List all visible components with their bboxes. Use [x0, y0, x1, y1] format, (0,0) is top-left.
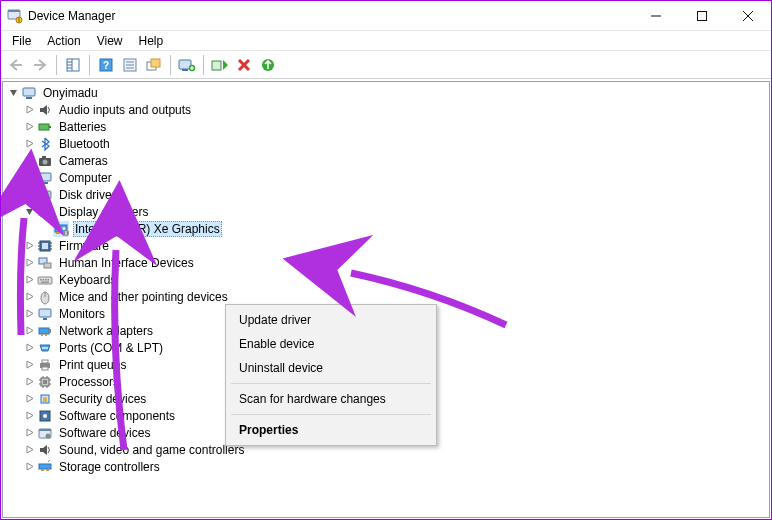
- tree-root[interactable]: Onyimadu: [3, 84, 769, 101]
- tree-item-firmware[interactable]: Firmware: [3, 237, 769, 254]
- tree-item-label: Software devices: [57, 426, 152, 440]
- expand-icon[interactable]: [23, 273, 36, 286]
- uninstall-device-button[interactable]: [233, 54, 255, 76]
- enable-device-button[interactable]: [209, 54, 231, 76]
- tree-item-label: Software components: [57, 409, 177, 423]
- expand-icon[interactable]: [23, 103, 36, 116]
- tree-item-batteries[interactable]: Batteries: [3, 118, 769, 135]
- svg-rect-3: [18, 18, 20, 22]
- device-manager-window: Device Manager File Action View Help: [0, 0, 772, 520]
- expand-icon[interactable]: [23, 137, 36, 150]
- tree-item-label: Batteries: [57, 120, 108, 134]
- expand-icon[interactable]: [23, 392, 36, 405]
- tree-item-label: Mice and other pointing devices: [57, 290, 230, 304]
- help-button[interactable]: ?: [95, 54, 117, 76]
- svg-rect-33: [49, 126, 51, 128]
- maximize-button[interactable]: [679, 1, 725, 31]
- menu-help[interactable]: Help: [132, 32, 171, 50]
- cm-enable-device[interactable]: Enable device: [229, 332, 433, 356]
- tree-item-bluetooth[interactable]: Bluetooth: [3, 135, 769, 152]
- show-hide-tree-button[interactable]: [62, 54, 84, 76]
- tree-item-computer[interactable]: Computer: [3, 169, 769, 186]
- scan-hardware-button[interactable]: [257, 54, 279, 76]
- properties-button[interactable]: [119, 54, 141, 76]
- expand-icon[interactable]: [23, 239, 36, 252]
- expand-icon[interactable]: [23, 341, 36, 354]
- printer-icon: [37, 357, 53, 373]
- menu-view[interactable]: View: [90, 32, 130, 50]
- client-area: Onyimadu Audio inputs and outputs Batter…: [1, 79, 771, 519]
- context-menu: Update driver Enable device Uninstall de…: [225, 304, 437, 446]
- menu-file[interactable]: File: [5, 32, 38, 50]
- back-button[interactable]: [5, 54, 27, 76]
- svg-rect-26: [212, 61, 221, 70]
- tree-item-hid[interactable]: Human Interface Devices: [3, 254, 769, 271]
- expand-icon[interactable]: [23, 426, 36, 439]
- expand-icon[interactable]: [23, 307, 36, 320]
- tree-item-label: Monitors: [57, 307, 107, 321]
- expand-icon[interactable]: [23, 154, 36, 167]
- expand-icon[interactable]: [23, 256, 36, 269]
- svg-rect-60: [45, 279, 47, 281]
- expand-icon[interactable]: [23, 290, 36, 303]
- toolbar-separator: [203, 55, 204, 75]
- tree-item-intel-iris-xe[interactable]: Intel(R) Iris(R) Xe Graphics: [3, 220, 769, 237]
- tree-item-label: Security devices: [57, 392, 148, 406]
- window-title: Device Manager: [28, 9, 115, 23]
- svg-rect-39: [39, 191, 51, 199]
- forward-button[interactable]: [29, 54, 51, 76]
- svg-rect-1: [8, 10, 20, 12]
- cm-properties[interactable]: Properties: [229, 418, 433, 442]
- display-adapter-icon: [37, 204, 53, 220]
- svg-rect-24: [182, 69, 188, 71]
- expand-icon[interactable]: [23, 443, 36, 456]
- svg-rect-56: [44, 263, 51, 268]
- cm-scan-hardware[interactable]: Scan for hardware changes: [229, 387, 433, 411]
- hid-icon: [37, 255, 53, 271]
- tree-item-label: Ports (COM & LPT): [57, 341, 165, 355]
- close-button[interactable]: [725, 1, 771, 31]
- cm-uninstall-device[interactable]: Uninstall device: [229, 356, 433, 380]
- svg-point-40: [47, 194, 49, 196]
- tree-item-cameras[interactable]: Cameras: [3, 152, 769, 169]
- device-tree[interactable]: Onyimadu Audio inputs and outputs Batter…: [2, 81, 770, 518]
- software-component-icon: [37, 408, 53, 424]
- tree-item-audio[interactable]: Audio inputs and outputs: [3, 101, 769, 118]
- update-driver-button[interactable]: [176, 54, 198, 76]
- computer-icon: [21, 85, 37, 101]
- svg-rect-65: [39, 309, 51, 317]
- expand-icon[interactable]: [23, 324, 36, 337]
- storage-controller-icon: [37, 459, 53, 475]
- expand-icon[interactable]: [23, 409, 36, 422]
- svg-rect-62: [41, 281, 49, 282]
- svg-rect-66: [43, 318, 47, 320]
- tree-item-display-adapters[interactable]: Display adapters: [3, 203, 769, 220]
- expand-icon[interactable]: [23, 460, 36, 473]
- tree-item-label: Cameras: [57, 154, 110, 168]
- expand-icon[interactable]: [23, 120, 36, 133]
- menu-action[interactable]: Action: [40, 32, 87, 50]
- cm-update-driver[interactable]: Update driver: [229, 308, 433, 332]
- tree-item-diskdrives[interactable]: Disk drives: [3, 186, 769, 203]
- tree-item-keyboards[interactable]: Keyboards: [3, 271, 769, 288]
- tree-root-label: Onyimadu: [41, 86, 100, 100]
- svg-rect-36: [42, 156, 46, 158]
- legacy-button[interactable]: [143, 54, 165, 76]
- svg-line-7: [743, 11, 753, 21]
- svg-rect-91: [39, 429, 51, 431]
- expand-icon[interactable]: [23, 171, 36, 184]
- tree-item-mice[interactable]: Mice and other pointing devices: [3, 288, 769, 305]
- port-icon: [37, 340, 53, 356]
- svg-rect-94: [41, 469, 44, 471]
- minimize-button[interactable]: [633, 1, 679, 31]
- expand-icon[interactable]: [23, 375, 36, 388]
- expand-icon[interactable]: [23, 358, 36, 371]
- tree-item-storage-controllers[interactable]: Storage controllers: [3, 458, 769, 475]
- collapse-icon[interactable]: [23, 205, 36, 218]
- svg-point-92: [46, 433, 51, 438]
- svg-point-89: [43, 414, 47, 418]
- expand-icon[interactable]: [23, 188, 36, 201]
- tree-item-label: Sound, video and game controllers: [57, 443, 246, 457]
- tree-item-label: Computer: [57, 171, 114, 185]
- collapse-icon[interactable]: [7, 86, 20, 99]
